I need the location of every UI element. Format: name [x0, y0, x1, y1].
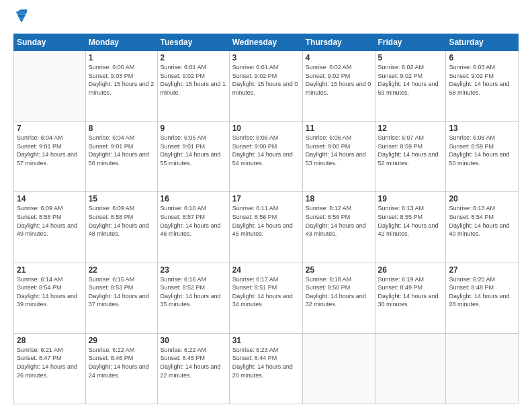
header: [13, 11, 519, 27]
sunrise-text: Sunrise: 6:22 AM: [89, 346, 154, 355]
header-monday: Monday: [85, 34, 157, 51]
day-detail: Sunrise: 6:06 AM Sunset: 9:00 PM Dayligh…: [232, 134, 300, 167]
header-friday: Friday: [375, 34, 446, 51]
calendar-cell: 4 Sunrise: 6:02 AM Sunset: 9:02 PM Dayli…: [302, 51, 375, 122]
day-detail: Sunrise: 6:18 AM Sunset: 8:50 PM Dayligh…: [306, 275, 372, 309]
calendar-cell: 7 Sunrise: 6:04 AM Sunset: 9:01 PM Dayli…: [14, 122, 86, 192]
calendar-week-row: 28 Sunrise: 6:21 AM Sunset: 8:47 PM Dayl…: [14, 333, 519, 404]
day-detail: Sunrise: 6:12 AM Sunset: 8:56 PM Dayligh…: [306, 204, 372, 238]
sunset-text: Sunset: 8:58 PM: [89, 213, 154, 222]
day-number: 24: [232, 265, 300, 275]
calendar-cell: 23 Sunrise: 6:16 AM Sunset: 8:52 PM Dayl…: [157, 263, 229, 333]
calendar-cell: 12 Sunrise: 6:07 AM Sunset: 8:59 PM Dayl…: [375, 122, 446, 192]
sunrise-text: Sunrise: 6:13 AM: [449, 204, 515, 213]
svg-marker-1: [16, 12, 27, 15]
day-detail: Sunrise: 6:11 AM Sunset: 8:56 PM Dayligh…: [232, 204, 300, 238]
daylight-text: Daylight: 14 hours and 58 minutes.: [449, 80, 515, 97]
day-detail: Sunrise: 6:14 AM Sunset: 8:54 PM Dayligh…: [17, 275, 83, 309]
day-detail: Sunrise: 6:20 AM Sunset: 8:48 PM Dayligh…: [449, 275, 515, 309]
daylight-text: Daylight: 14 hours and 37 minutes.: [89, 292, 154, 309]
day-number: 14: [17, 194, 83, 203]
sunset-text: Sunset: 9:01 PM: [161, 142, 226, 151]
daylight-text: Daylight: 14 hours and 52 minutes.: [378, 150, 443, 167]
calendar-cell: 3 Sunrise: 6:01 AM Sunset: 9:02 PM Dayli…: [229, 51, 302, 122]
daylight-text: Daylight: 14 hours and 54 minutes.: [232, 150, 300, 167]
sunset-text: Sunset: 9:02 PM: [161, 72, 226, 81]
day-detail: Sunrise: 6:10 AM Sunset: 8:57 PM Dayligh…: [161, 204, 226, 238]
sunset-text: Sunset: 8:59 PM: [449, 142, 515, 151]
day-detail: Sunrise: 6:09 AM Sunset: 8:58 PM Dayligh…: [89, 204, 154, 238]
calendar-week-row: 21 Sunrise: 6:14 AM Sunset: 8:54 PM Dayl…: [14, 263, 519, 333]
day-number: 20: [449, 194, 515, 203]
day-number: 10: [232, 124, 300, 133]
day-number: 25: [306, 265, 372, 275]
sunset-text: Sunset: 8:53 PM: [89, 283, 154, 292]
sunrise-text: Sunrise: 6:06 AM: [232, 134, 300, 142]
sunrise-text: Sunrise: 6:22 AM: [161, 346, 226, 355]
day-detail: Sunrise: 6:01 AM Sunset: 9:02 PM Dayligh…: [232, 63, 300, 97]
day-detail: Sunrise: 6:22 AM Sunset: 8:46 PM Dayligh…: [89, 346, 154, 379]
calendar-cell: 11 Sunrise: 6:06 AM Sunset: 9:00 PM Dayl…: [302, 122, 375, 192]
calendar-cell: 1 Sunrise: 6:00 AM Sunset: 9:03 PM Dayli…: [85, 51, 157, 122]
sunrise-text: Sunrise: 6:08 AM: [449, 134, 515, 142]
sunset-text: Sunset: 8:45 PM: [161, 354, 226, 363]
day-number: 29: [89, 336, 154, 345]
header-sunday: Sunday: [14, 34, 86, 51]
calendar-cell: 22 Sunrise: 6:15 AM Sunset: 8:53 PM Dayl…: [85, 263, 157, 333]
sunrise-text: Sunrise: 6:20 AM: [449, 275, 515, 284]
calendar-cell: [375, 333, 446, 404]
sunrise-text: Sunrise: 6:02 AM: [378, 63, 443, 72]
sunset-text: Sunset: 8:54 PM: [449, 213, 515, 222]
sunset-text: Sunset: 8:48 PM: [449, 283, 515, 292]
day-detail: Sunrise: 6:01 AM Sunset: 9:02 PM Dayligh…: [161, 63, 226, 97]
sunset-text: Sunset: 9:02 PM: [449, 72, 515, 81]
calendar-cell: 17 Sunrise: 6:11 AM Sunset: 8:56 PM Dayl…: [229, 192, 302, 263]
day-number: 17: [232, 194, 300, 203]
sunrise-text: Sunrise: 6:18 AM: [306, 275, 372, 284]
day-detail: Sunrise: 6:04 AM Sunset: 9:01 PM Dayligh…: [89, 134, 154, 167]
day-detail: Sunrise: 6:00 AM Sunset: 9:03 PM Dayligh…: [89, 63, 154, 97]
header-wednesday: Wednesday: [229, 34, 302, 51]
calendar-cell: 2 Sunrise: 6:01 AM Sunset: 9:02 PM Dayli…: [157, 51, 229, 122]
day-number: 18: [306, 194, 372, 203]
sunrise-text: Sunrise: 6:19 AM: [378, 275, 443, 284]
svg-marker-4: [19, 19, 23, 22]
daylight-text: Daylight: 15 hours and 0 minutes.: [306, 80, 372, 97]
day-number: 1: [89, 53, 154, 62]
calendar-cell: 18 Sunrise: 6:12 AM Sunset: 8:56 PM Dayl…: [302, 192, 375, 263]
day-detail: Sunrise: 6:03 AM Sunset: 9:02 PM Dayligh…: [449, 63, 515, 97]
day-detail: Sunrise: 6:19 AM Sunset: 8:49 PM Dayligh…: [378, 275, 443, 309]
sunrise-text: Sunrise: 6:01 AM: [232, 63, 300, 72]
sunrise-text: Sunrise: 6:06 AM: [306, 134, 372, 142]
day-number: 8: [89, 124, 154, 133]
sunrise-text: Sunrise: 6:10 AM: [161, 204, 226, 213]
daylight-text: Daylight: 14 hours and 20 minutes.: [232, 363, 300, 379]
daylight-text: Daylight: 14 hours and 22 minutes.: [161, 363, 226, 379]
day-number: 27: [449, 265, 515, 275]
sunrise-text: Sunrise: 6:13 AM: [378, 204, 443, 213]
sunset-text: Sunset: 8:49 PM: [378, 283, 443, 292]
sunset-text: Sunset: 9:02 PM: [378, 72, 443, 81]
calendar-cell: 13 Sunrise: 6:08 AM Sunset: 8:59 PM Dayl…: [446, 122, 519, 192]
day-number: 7: [17, 124, 83, 133]
day-detail: Sunrise: 6:16 AM Sunset: 8:52 PM Dayligh…: [161, 275, 226, 309]
page: Sunday Monday Tuesday Wednesday Thursday…: [0, 0, 532, 411]
day-number: 31: [232, 336, 300, 345]
sunset-text: Sunset: 8:55 PM: [378, 213, 443, 222]
sunrise-text: Sunrise: 6:01 AM: [161, 63, 226, 72]
logo: [13, 11, 28, 27]
daylight-text: Daylight: 14 hours and 53 minutes.: [306, 150, 372, 167]
sunset-text: Sunset: 9:01 PM: [89, 142, 154, 151]
svg-marker-3: [18, 17, 24, 19]
daylight-text: Daylight: 14 hours and 59 minutes.: [378, 80, 443, 97]
day-detail: Sunrise: 6:04 AM Sunset: 9:01 PM Dayligh…: [17, 134, 83, 167]
daylight-text: Daylight: 15 hours and 0 minutes.: [232, 80, 300, 97]
sunset-text: Sunset: 8:56 PM: [232, 213, 300, 222]
day-number: 5: [378, 53, 443, 62]
header-tuesday: Tuesday: [157, 34, 229, 51]
daylight-text: Daylight: 14 hours and 46 minutes.: [161, 222, 226, 238]
day-detail: Sunrise: 6:05 AM Sunset: 9:01 PM Dayligh…: [161, 134, 226, 167]
sunrise-text: Sunrise: 6:15 AM: [89, 275, 154, 284]
daylight-text: Daylight: 14 hours and 39 minutes.: [17, 292, 83, 309]
day-number: 16: [161, 194, 226, 203]
